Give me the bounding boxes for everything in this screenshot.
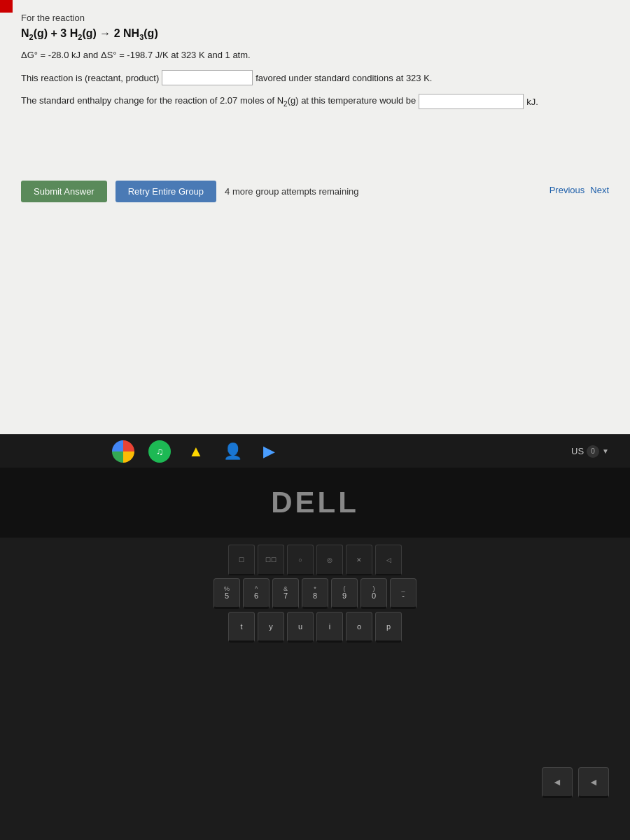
- keyboard-func-row: ☐ ☐☐ ○ ◎ ✕ ◁: [228, 545, 402, 575]
- keyboard-area: ☐ ☐☐ ○ ◎ ✕ ◁ % 5 ^ 6 & 7 * 8 ( 9 ) 0: [0, 538, 630, 840]
- key-8[interactable]: * 8: [302, 578, 328, 609]
- screen-area: For the reaction N2(g) + 3 H2(g) → 2 NH3…: [0, 0, 630, 434]
- q1-after-text: favored under standard conditions at 323…: [255, 73, 432, 83]
- keyboard-letter-row: t y u i o p: [228, 612, 402, 643]
- key-volume-down[interactable]: ◄: [542, 767, 573, 798]
- key-back[interactable]: ◄: [578, 767, 609, 798]
- for-reaction-label: For the reaction: [21, 13, 609, 23]
- notification-badge: 0: [587, 445, 599, 458]
- keyboard-number-row: % 5 ^ 6 & 7 * 8 ( 9 ) 0 _ -: [214, 578, 416, 609]
- key-brightness-down[interactable]: ✕: [346, 545, 372, 575]
- submit-answer-button[interactable]: Submit Answer: [21, 181, 107, 202]
- navigation-row: Previous Next: [550, 185, 609, 195]
- key-t[interactable]: t: [228, 612, 255, 643]
- key-brightness-up[interactable]: ◁: [375, 545, 402, 575]
- reaction-equation: N2(g) + 3 H2(g) → 2 NH3(g): [21, 27, 609, 41]
- key-5[interactable]: % 5: [214, 578, 240, 609]
- key-7[interactable]: & 7: [272, 578, 299, 609]
- key-u[interactable]: u: [287, 612, 314, 643]
- chrome-icon[interactable]: [112, 440, 134, 463]
- red-corner-indicator: [0, 0, 13, 13]
- q1-input[interactable]: [162, 70, 253, 85]
- question-line-1: This reaction is (reactant, product) fav…: [21, 70, 609, 85]
- dell-logo: DELL: [271, 486, 359, 519]
- q2-before-text: The standard enthalpy change for the rea…: [21, 95, 416, 108]
- triangle-icon[interactable]: ▲: [185, 440, 207, 463]
- spacer: [21, 118, 609, 174]
- key-minus[interactable]: _ -: [390, 578, 416, 609]
- buttons-row: Submit Answer Retry Entire Group 4 more …: [21, 181, 609, 202]
- key-screen[interactable]: ☐: [228, 545, 255, 575]
- taskbar-us-indicator[interactable]: US 0 ▼: [571, 445, 609, 458]
- key-p[interactable]: p: [375, 612, 402, 643]
- reaction-text: N2(g) + 3 H2(g) → 2 NH3(g): [21, 27, 158, 41]
- thermodynamics-line: ΔG° = -28.0 kJ and ΔS° = -198.7 J/K at 3…: [21, 50, 609, 60]
- files-icon[interactable]: 👤: [221, 440, 244, 463]
- key-6[interactable]: ^ 6: [243, 578, 270, 609]
- key-assistant[interactable]: ◎: [316, 545, 343, 575]
- attempts-remaining-text: 4 more group attempts remaining: [225, 186, 358, 197]
- spotify-icon[interactable]: ♫: [148, 440, 171, 463]
- retry-entire-group-button[interactable]: Retry Entire Group: [115, 181, 216, 202]
- key-9[interactable]: ( 9: [331, 578, 358, 609]
- key-multiscreen[interactable]: ☐☐: [258, 545, 284, 575]
- us-label: US: [571, 446, 584, 456]
- taskbar: ♫ ▲ 👤 ▶ US 0 ▼: [0, 434, 630, 468]
- content-area: For the reaction N2(g) + 3 H2(g) → 2 NH3…: [0, 0, 630, 216]
- dell-logo-area: DELL: [0, 468, 630, 538]
- media-keys-row: ◄ ◄: [542, 767, 609, 798]
- previous-link[interactable]: Previous: [550, 185, 585, 195]
- question-line-2: The standard enthalpy change for the rea…: [21, 94, 609, 109]
- q1-before-text: This reaction is (reactant, product): [21, 73, 159, 83]
- key-search[interactable]: ○: [287, 545, 314, 575]
- q2-input[interactable]: [419, 94, 524, 109]
- key-0[interactable]: ) 0: [360, 578, 387, 609]
- key-y[interactable]: y: [258, 612, 284, 643]
- key-o[interactable]: o: [346, 612, 372, 643]
- key-i[interactable]: i: [316, 612, 343, 643]
- play-icon[interactable]: ▶: [258, 440, 280, 463]
- dropdown-arrow-icon[interactable]: ▼: [602, 447, 609, 455]
- q2-after-text: kJ.: [526, 97, 538, 107]
- next-link[interactable]: Next: [590, 185, 609, 195]
